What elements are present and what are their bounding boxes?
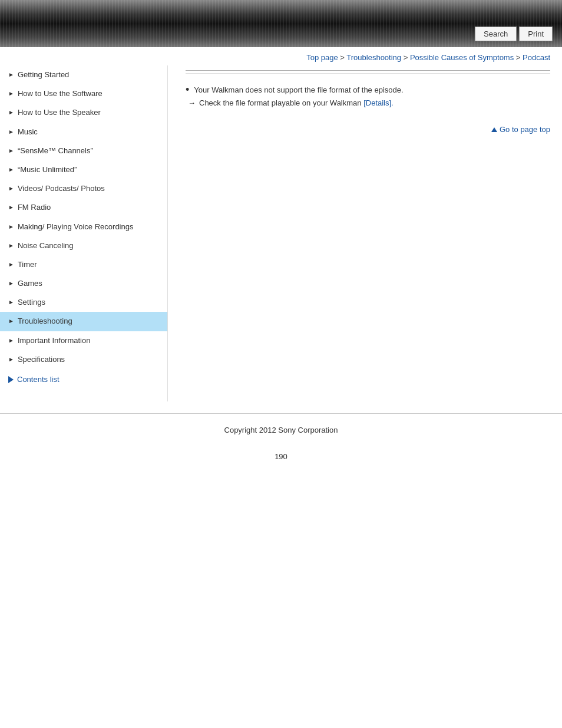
sidebar-item-label: Getting Started <box>18 70 161 80</box>
bullet-item: • Your Walkman does not support the file… <box>186 84 550 96</box>
breadcrumb-top-page[interactable]: Top page <box>306 53 338 62</box>
sidebar-item-speaker[interactable]: ► How to Use the Speaker <box>0 103 167 122</box>
top-divider <box>186 70 550 71</box>
layout: ► Getting Started ► How to Use the Softw… <box>0 65 562 401</box>
print-button[interactable]: Print <box>519 27 553 41</box>
chevron-right-icon: ► <box>8 223 14 231</box>
sidebar-item-label: Games <box>18 278 161 289</box>
chevron-right-icon: ► <box>8 166 14 174</box>
content-body: • Your Walkman does not support the file… <box>186 84 550 113</box>
page-number-text: 190 <box>275 452 287 461</box>
sidebar-item-software[interactable]: ► How to Use the Software <box>0 84 167 103</box>
breadcrumb-sep3: > <box>514 53 523 62</box>
sidebar-item-music[interactable]: ► Music <box>0 123 167 141</box>
arrow-right-icon <box>8 376 14 383</box>
sidebar-item-games[interactable]: ► Games <box>0 274 167 293</box>
breadcrumb-sep2: > <box>401 53 410 62</box>
page-number: 190 <box>0 440 562 473</box>
sidebar-item-label: Videos/ Podcasts/ Photos <box>18 183 161 194</box>
sidebar-item-troubleshooting[interactable]: ► Troubleshooting <box>0 312 167 331</box>
second-divider <box>186 73 550 74</box>
chevron-right-icon: ► <box>8 90 14 98</box>
sidebar-item-label: Important Information <box>18 335 161 346</box>
search-button[interactable]: Search <box>475 27 517 41</box>
arrow-text: Check the file format playable on your W… <box>199 98 394 107</box>
go-to-top-link[interactable]: Go to page top <box>491 125 550 134</box>
bullet-dot-icon: • <box>186 84 189 95</box>
sidebar-item-label: FM Radio <box>18 202 161 213</box>
sidebar-item-label: How to Use the Software <box>18 88 161 99</box>
sidebar-item-label: “Music Unlimited” <box>18 164 161 175</box>
sidebar-item-label: Music <box>18 127 161 137</box>
triangle-up-icon <box>491 127 497 132</box>
sidebar-item-noise-canceling[interactable]: ► Noise Canceling <box>0 236 167 255</box>
chevron-right-icon: ► <box>8 261 14 269</box>
chevron-right-icon: ► <box>8 71 14 79</box>
sidebar-item-voice-recordings[interactable]: ► Making/ Playing Voice Recordings <box>0 218 167 236</box>
chevron-right-icon: ► <box>8 203 14 212</box>
arrow-item: → Check the file format playable on your… <box>188 98 550 107</box>
sidebar-item-label: “SensMe™ Channels” <box>18 146 161 156</box>
chevron-right-icon: ► <box>8 337 14 345</box>
sidebar-item-label: Timer <box>18 259 161 270</box>
arrow-forward-icon: → <box>188 98 196 107</box>
breadcrumb: Top page > Troubleshooting > Possible Ca… <box>0 47 562 65</box>
chevron-right-icon: ► <box>8 147 14 155</box>
sidebar-item-label: Making/ Playing Voice Recordings <box>18 222 161 232</box>
sidebar-item-timer[interactable]: ► Timer <box>0 255 167 274</box>
chevron-right-icon: ► <box>8 128 14 136</box>
sidebar-item-fm-radio[interactable]: ► FM Radio <box>0 198 167 217</box>
sidebar-item-settings[interactable]: ► Settings <box>0 293 167 312</box>
sidebar-item-sensme[interactable]: ► “SensMe™ Channels” <box>0 141 167 160</box>
chevron-right-icon: ► <box>8 317 14 325</box>
chevron-right-icon: ► <box>8 298 14 307</box>
sidebar: ► Getting Started ► How to Use the Softw… <box>0 65 168 401</box>
sidebar-item-music-unlimited[interactable]: ► “Music Unlimited” <box>0 160 167 179</box>
breadcrumb-possible-causes[interactable]: Possible Causes of Symptoms <box>410 53 514 62</box>
chevron-right-icon: ► <box>8 355 14 364</box>
sidebar-item-important-information[interactable]: ► Important Information <box>0 331 167 350</box>
header: Search Print <box>0 0 562 47</box>
sidebar-item-label: Noise Canceling <box>18 241 161 251</box>
chevron-right-icon: ► <box>8 242 14 250</box>
chevron-right-icon: ► <box>8 108 14 117</box>
sidebar-item-specifications[interactable]: ► Specifications <box>0 350 167 369</box>
details-link[interactable]: [Details]. <box>363 98 394 107</box>
sidebar-item-label: Settings <box>18 297 161 308</box>
breadcrumb-troubleshooting[interactable]: Troubleshooting <box>346 53 401 62</box>
contents-list-link[interactable]: Contents list <box>0 369 167 390</box>
breadcrumb-podcast[interactable]: Podcast <box>523 53 550 62</box>
breadcrumb-sep1: > <box>338 53 347 62</box>
sidebar-item-label: Troubleshooting <box>18 316 161 327</box>
go-to-top-label: Go to page top <box>500 125 550 134</box>
go-to-top: Go to page top <box>186 125 550 134</box>
main-content: • Your Walkman does not support the file… <box>168 65 562 401</box>
contents-list-label: Contents list <box>17 375 59 384</box>
chevron-right-icon: ► <box>8 279 14 288</box>
sidebar-item-getting-started[interactable]: ► Getting Started <box>0 65 167 84</box>
sidebar-item-label: How to Use the Speaker <box>18 107 161 118</box>
arrow-description: Check the file format playable on your W… <box>199 98 363 107</box>
copyright-text: Copyright 2012 Sony Corporation <box>224 426 338 434</box>
footer: Copyright 2012 Sony Corporation <box>0 413 562 440</box>
sidebar-item-videos-podcasts[interactable]: ► Videos/ Podcasts/ Photos <box>0 179 167 198</box>
sidebar-item-label: Specifications <box>18 354 161 365</box>
chevron-right-icon: ► <box>8 185 14 193</box>
bullet-text: Your Walkman does not support the file f… <box>194 84 403 96</box>
header-buttons: Search Print <box>475 27 553 41</box>
